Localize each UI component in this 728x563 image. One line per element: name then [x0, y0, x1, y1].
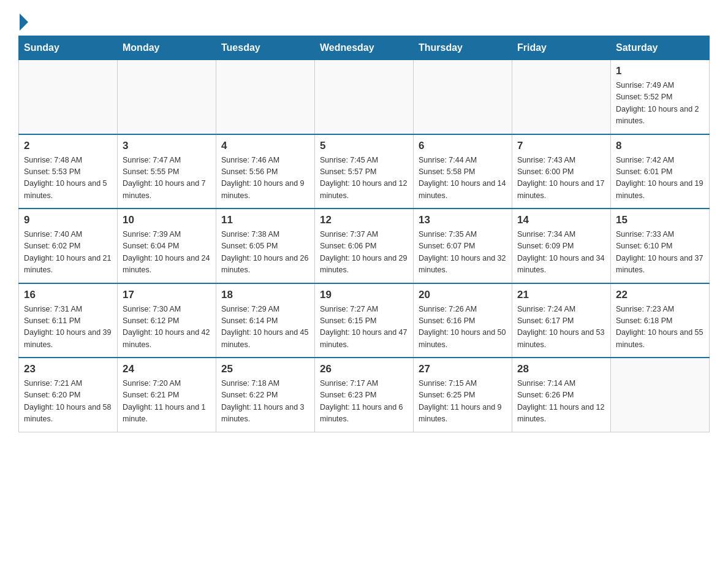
day-number: 1 [616, 65, 704, 77]
day-number: 27 [419, 363, 507, 375]
calendar-day-cell: 11Sunrise: 7:38 AMSunset: 6:05 PMDayligh… [216, 209, 315, 283]
day-info: Sunrise: 7:47 AMSunset: 5:55 PMDaylight:… [123, 155, 211, 202]
day-info: Sunrise: 7:21 AMSunset: 6:20 PMDaylight:… [24, 378, 112, 426]
calendar-day-cell [414, 60, 512, 134]
calendar-day-cell: 5Sunrise: 7:45 AMSunset: 5:57 PMDaylight… [315, 134, 414, 209]
column-header-thursday: Thursday [414, 36, 512, 60]
page-header [18, 12, 710, 29]
day-number: 20 [419, 289, 507, 301]
calendar-day-cell [512, 60, 611, 134]
calendar-week-row: 16Sunrise: 7:31 AMSunset: 6:11 PMDayligh… [19, 283, 710, 358]
day-info: Sunrise: 7:15 AMSunset: 6:25 PMDaylight:… [419, 378, 507, 426]
column-header-tuesday: Tuesday [216, 36, 315, 60]
day-info: Sunrise: 7:18 AMSunset: 6:22 PMDaylight:… [221, 378, 309, 426]
column-header-friday: Friday [512, 36, 611, 60]
calendar-day-cell: 6Sunrise: 7:44 AMSunset: 5:58 PMDaylight… [414, 134, 512, 209]
day-number: 24 [123, 363, 211, 375]
logo [18, 12, 28, 29]
day-number: 23 [24, 363, 112, 375]
calendar-week-row: 2Sunrise: 7:48 AMSunset: 5:53 PMDaylight… [19, 134, 710, 209]
calendar-day-cell: 8Sunrise: 7:42 AMSunset: 6:01 PMDaylight… [611, 134, 710, 209]
day-info: Sunrise: 7:48 AMSunset: 5:53 PMDaylight:… [24, 155, 112, 202]
calendar-day-cell: 18Sunrise: 7:29 AMSunset: 6:14 PMDayligh… [216, 283, 315, 358]
day-number: 28 [517, 363, 605, 375]
day-info: Sunrise: 7:46 AMSunset: 5:56 PMDaylight:… [221, 155, 309, 202]
calendar-day-cell [118, 60, 216, 134]
calendar-day-cell [611, 358, 710, 432]
calendar-day-cell: 23Sunrise: 7:21 AMSunset: 6:20 PMDayligh… [19, 358, 118, 432]
calendar-day-cell: 28Sunrise: 7:14 AMSunset: 6:26 PMDayligh… [512, 358, 611, 432]
day-number: 16 [24, 289, 112, 301]
day-info: Sunrise: 7:20 AMSunset: 6:21 PMDaylight:… [123, 378, 211, 426]
day-info: Sunrise: 7:31 AMSunset: 6:11 PMDaylight:… [24, 304, 112, 351]
day-info: Sunrise: 7:29 AMSunset: 6:14 PMDaylight:… [221, 304, 309, 351]
column-header-saturday: Saturday [611, 36, 710, 60]
day-number: 13 [419, 214, 507, 226]
calendar-day-cell: 13Sunrise: 7:35 AMSunset: 6:07 PMDayligh… [414, 209, 512, 283]
day-number: 5 [320, 140, 408, 152]
day-info: Sunrise: 7:27 AMSunset: 6:15 PMDaylight:… [320, 304, 408, 351]
day-number: 6 [419, 140, 507, 152]
calendar-day-cell: 27Sunrise: 7:15 AMSunset: 6:25 PMDayligh… [414, 358, 512, 432]
day-info: Sunrise: 7:23 AMSunset: 6:18 PMDaylight:… [616, 304, 704, 351]
calendar-day-cell: 19Sunrise: 7:27 AMSunset: 6:15 PMDayligh… [315, 283, 414, 358]
day-number: 18 [221, 289, 309, 301]
day-number: 22 [616, 289, 704, 301]
day-number: 17 [123, 289, 211, 301]
calendar-day-cell: 3Sunrise: 7:47 AMSunset: 5:55 PMDaylight… [118, 134, 216, 209]
day-number: 12 [320, 214, 408, 226]
day-info: Sunrise: 7:30 AMSunset: 6:12 PMDaylight:… [123, 304, 211, 351]
calendar-day-cell: 15Sunrise: 7:33 AMSunset: 6:10 PMDayligh… [611, 209, 710, 283]
calendar-day-cell: 4Sunrise: 7:46 AMSunset: 5:56 PMDaylight… [216, 134, 315, 209]
calendar-day-cell: 26Sunrise: 7:17 AMSunset: 6:23 PMDayligh… [315, 358, 414, 432]
calendar-day-cell [216, 60, 315, 134]
day-info: Sunrise: 7:34 AMSunset: 6:09 PMDaylight:… [517, 229, 605, 277]
day-info: Sunrise: 7:49 AMSunset: 5:52 PMDaylight:… [616, 80, 704, 128]
day-info: Sunrise: 7:14 AMSunset: 6:26 PMDaylight:… [517, 378, 605, 426]
day-number: 11 [221, 214, 309, 226]
calendar-day-cell: 14Sunrise: 7:34 AMSunset: 6:09 PMDayligh… [512, 209, 611, 283]
calendar-day-cell: 17Sunrise: 7:30 AMSunset: 6:12 PMDayligh… [118, 283, 216, 358]
day-number: 19 [320, 289, 408, 301]
column-header-wednesday: Wednesday [315, 36, 414, 60]
day-info: Sunrise: 7:35 AMSunset: 6:07 PMDaylight:… [419, 229, 507, 277]
day-number: 14 [517, 214, 605, 226]
day-number: 3 [123, 140, 211, 152]
day-number: 25 [221, 363, 309, 375]
calendar-table: SundayMondayTuesdayWednesdayThursdayFrid… [18, 36, 710, 432]
day-info: Sunrise: 7:24 AMSunset: 6:17 PMDaylight:… [517, 304, 605, 351]
calendar-day-cell: 2Sunrise: 7:48 AMSunset: 5:53 PMDaylight… [19, 134, 118, 209]
day-number: 15 [616, 214, 704, 226]
calendar-week-row: 9Sunrise: 7:40 AMSunset: 6:02 PMDaylight… [19, 209, 710, 283]
calendar-day-cell [19, 60, 118, 134]
logo-arrow-icon [20, 13, 28, 31]
day-info: Sunrise: 7:43 AMSunset: 6:00 PMDaylight:… [517, 155, 605, 202]
column-header-sunday: Sunday [19, 36, 118, 60]
day-info: Sunrise: 7:44 AMSunset: 5:58 PMDaylight:… [419, 155, 507, 202]
day-number: 10 [123, 214, 211, 226]
day-info: Sunrise: 7:45 AMSunset: 5:57 PMDaylight:… [320, 155, 408, 202]
day-info: Sunrise: 7:26 AMSunset: 6:16 PMDaylight:… [419, 304, 507, 351]
day-number: 9 [24, 214, 112, 226]
day-info: Sunrise: 7:17 AMSunset: 6:23 PMDaylight:… [320, 378, 408, 426]
day-info: Sunrise: 7:42 AMSunset: 6:01 PMDaylight:… [616, 155, 704, 202]
day-number: 8 [616, 140, 704, 152]
calendar-day-cell: 10Sunrise: 7:39 AMSunset: 6:04 PMDayligh… [118, 209, 216, 283]
calendar-day-cell: 12Sunrise: 7:37 AMSunset: 6:06 PMDayligh… [315, 209, 414, 283]
day-info: Sunrise: 7:39 AMSunset: 6:04 PMDaylight:… [123, 229, 211, 277]
calendar-header-row: SundayMondayTuesdayWednesdayThursdayFrid… [19, 36, 710, 60]
day-number: 7 [517, 140, 605, 152]
calendar-day-cell: 24Sunrise: 7:20 AMSunset: 6:21 PMDayligh… [118, 358, 216, 432]
calendar-day-cell: 22Sunrise: 7:23 AMSunset: 6:18 PMDayligh… [611, 283, 710, 358]
calendar-day-cell [315, 60, 414, 134]
column-header-monday: Monday [118, 36, 216, 60]
day-number: 4 [221, 140, 309, 152]
calendar-week-row: 23Sunrise: 7:21 AMSunset: 6:20 PMDayligh… [19, 358, 710, 432]
calendar-day-cell: 7Sunrise: 7:43 AMSunset: 6:00 PMDaylight… [512, 134, 611, 209]
day-number: 26 [320, 363, 408, 375]
calendar-day-cell: 21Sunrise: 7:24 AMSunset: 6:17 PMDayligh… [512, 283, 611, 358]
day-info: Sunrise: 7:38 AMSunset: 6:05 PMDaylight:… [221, 229, 309, 277]
day-number: 21 [517, 289, 605, 301]
day-info: Sunrise: 7:33 AMSunset: 6:10 PMDaylight:… [616, 229, 704, 277]
calendar-day-cell: 1Sunrise: 7:49 AMSunset: 5:52 PMDaylight… [611, 60, 710, 134]
